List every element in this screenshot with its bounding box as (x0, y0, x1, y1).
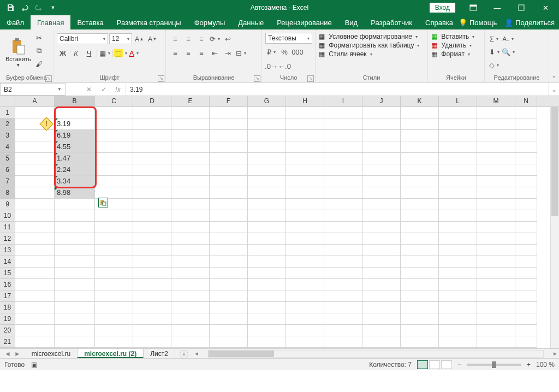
tab-view[interactable]: Вид (338, 15, 365, 29)
minimize-button[interactable]: — (486, 0, 509, 15)
col-header[interactable]: N (515, 96, 537, 106)
autosum-icon[interactable]: Σ▾ (488, 33, 500, 45)
cell[interactable] (515, 256, 537, 268)
cell[interactable] (95, 290, 133, 302)
cell[interactable] (401, 302, 439, 313)
vscroll-thumb[interactable] (551, 107, 558, 216)
new-sheet-button[interactable]: + (180, 350, 188, 359)
find-icon[interactable]: 🔍▾ (502, 46, 514, 58)
tab-review[interactable]: Рецензирование (270, 15, 338, 29)
accounting-icon[interactable]: ₽▾ (265, 46, 277, 58)
cell[interactable] (95, 176, 133, 187)
cell[interactable] (133, 118, 171, 130)
cell[interactable] (15, 153, 55, 164)
tab-data[interactable]: Данные (231, 15, 270, 29)
vertical-scrollbar[interactable] (550, 107, 559, 348)
cell[interactable] (55, 290, 95, 302)
tab-layout[interactable]: Разметка страницы (110, 15, 188, 29)
cell[interactable] (324, 118, 362, 130)
cell[interactable] (171, 187, 210, 199)
row-header[interactable]: 12 (0, 233, 15, 245)
cell[interactable] (171, 164, 210, 176)
cell[interactable] (171, 336, 210, 348)
cell[interactable] (248, 222, 286, 233)
cell[interactable] (55, 336, 95, 348)
cell[interactable] (515, 313, 537, 325)
cell[interactable] (248, 290, 286, 302)
cell[interactable] (15, 279, 55, 290)
cell[interactable] (15, 245, 55, 256)
cell[interactable] (362, 245, 401, 256)
sheet-tab[interactable]: Лист2 (144, 349, 175, 358)
cell[interactable] (55, 107, 95, 118)
cell[interactable] (133, 233, 171, 245)
cell[interactable] (515, 187, 537, 199)
cell[interactable] (210, 164, 248, 176)
cell[interactable] (248, 313, 286, 325)
name-box[interactable]: B2▼ (0, 83, 66, 96)
cell[interactable] (133, 268, 171, 279)
cell[interactable] (15, 187, 55, 199)
cell[interactable] (286, 290, 324, 302)
format-as-table-button[interactable]: ▦ Форматировать как таблицу▾ (319, 41, 424, 49)
cell[interactable] (210, 279, 248, 290)
cell[interactable] (95, 325, 133, 336)
tab-file[interactable]: Файл (0, 15, 31, 29)
cell[interactable] (248, 176, 286, 187)
hscroll-thumb[interactable] (209, 351, 274, 357)
increase-decimal-icon[interactable]: .0→ (265, 60, 277, 72)
cell[interactable] (362, 325, 401, 336)
cell[interactable]: 2.24 (55, 164, 95, 176)
cell[interactable] (55, 233, 95, 245)
cell[interactable] (95, 268, 133, 279)
increase-indent-icon[interactable]: ⇥ (222, 47, 234, 59)
enter-icon[interactable]: ✓ (101, 86, 106, 93)
chevron-left-icon[interactable]: ◄ (4, 350, 11, 358)
zoom-slider[interactable] (467, 364, 521, 366)
cell[interactable] (439, 245, 477, 256)
cell[interactable] (324, 336, 362, 348)
cell[interactable] (515, 336, 537, 348)
cell[interactable] (15, 233, 55, 245)
cell[interactable] (477, 130, 515, 141)
cell[interactable] (401, 313, 439, 325)
cell[interactable] (95, 118, 133, 130)
scroll-left-icon[interactable]: ◄ (193, 351, 200, 357)
login-button[interactable]: Вход (430, 3, 455, 13)
cell[interactable] (210, 268, 248, 279)
cell[interactable] (286, 118, 324, 130)
cell[interactable] (171, 279, 210, 290)
cell[interactable] (210, 256, 248, 268)
cell[interactable] (401, 336, 439, 348)
cell[interactable] (171, 302, 210, 313)
cell[interactable] (401, 118, 439, 130)
cell[interactable] (477, 313, 515, 325)
cell[interactable] (248, 153, 286, 164)
cell[interactable] (210, 313, 248, 325)
borders-button[interactable]: ▦▾ (99, 47, 111, 59)
save-icon[interactable] (4, 2, 16, 14)
cell[interactable] (286, 325, 324, 336)
font-color-button[interactable]: A▾ (128, 47, 140, 59)
col-header[interactable]: M (477, 96, 515, 106)
cell[interactable] (210, 141, 248, 153)
cell[interactable] (515, 176, 537, 187)
cut-button[interactable]: ✂ (33, 32, 45, 44)
cell[interactable] (439, 233, 477, 245)
sort-filter-icon[interactable]: A↓▾ (502, 33, 514, 45)
cell[interactable] (439, 256, 477, 268)
row-header[interactable]: 13 (0, 245, 15, 256)
cell[interactable] (324, 199, 362, 210)
cell[interactable] (515, 130, 537, 141)
cell[interactable] (324, 153, 362, 164)
cell[interactable] (324, 325, 362, 336)
cell[interactable] (477, 279, 515, 290)
expand-formula-icon[interactable]: ⌄ (548, 83, 559, 96)
cell[interactable] (133, 313, 171, 325)
col-header[interactable]: L (439, 96, 477, 106)
cell[interactable] (401, 245, 439, 256)
select-all-corner[interactable] (0, 96, 15, 106)
cell[interactable] (248, 107, 286, 118)
cell[interactable] (15, 302, 55, 313)
cell[interactable] (15, 256, 55, 268)
